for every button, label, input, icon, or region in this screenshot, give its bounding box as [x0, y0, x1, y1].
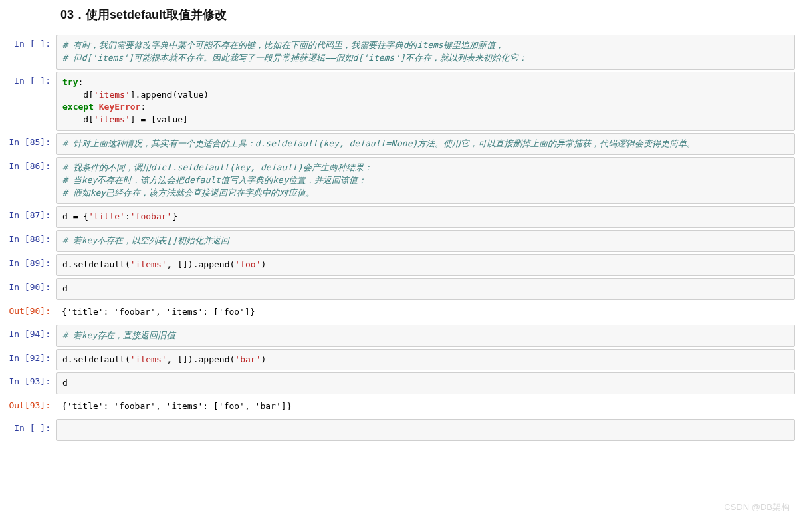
code-token: # 针对上面这种情况，其实有一个更适合的工具：d.setdefault(key,… — [62, 138, 695, 148]
code-token: , []). — [167, 354, 199, 364]
code-token: [ — [88, 114, 94, 124]
code-token: = { — [73, 211, 88, 221]
code-token: , []). — [167, 259, 199, 269]
code-token: KeyError — [99, 102, 141, 112]
code-token: ( — [125, 259, 130, 269]
in-prompt[interactable]: In [93]: — [0, 372, 56, 394]
code-token: d — [62, 378, 68, 388]
code-token: setdefault — [73, 259, 125, 269]
code-token: ] — [183, 114, 188, 124]
code-token: 'bar' — [235, 354, 261, 364]
cell: In [86]:# 视条件的不同，调用dict.setdefault(key, … — [0, 157, 795, 205]
code-token: value — [177, 90, 203, 100]
in-prompt[interactable]: In [86]: — [0, 157, 56, 205]
cell: In [87]:d = {'title':'foobar'} — [0, 206, 795, 228]
out-prompt: Out[90]: — [0, 302, 56, 323]
code-token: } — [172, 211, 177, 221]
code-token: setdefault — [73, 354, 125, 364]
code-input[interactable]: # 针对上面这种情况，其实有一个更适合的工具：d.setdefault(key,… — [56, 133, 795, 155]
code-input[interactable]: d — [56, 278, 795, 300]
code-token: d — [83, 90, 88, 100]
code-token: 'items' — [94, 114, 130, 124]
code-token: value — [156, 114, 183, 124]
code-token: ) — [261, 354, 266, 364]
in-prompt[interactable]: In [87]: — [0, 206, 56, 228]
cell: In [ ]: — [0, 419, 795, 441]
code-token: d — [83, 114, 88, 124]
code-token: . — [68, 259, 73, 269]
in-prompt[interactable]: In [ ]: — [0, 72, 56, 131]
code-input[interactable]: d — [56, 372, 795, 394]
cell: In [ ]:try: d['items'].append(value) exc… — [0, 72, 795, 131]
in-prompt[interactable]: In [88]: — [0, 230, 56, 252]
code-input[interactable]: # 若key不存在，以空列表[]初始化并返回 — [56, 230, 795, 252]
cell: In [90]:d — [0, 278, 795, 300]
cell: In [ ]:# 有时，我们需要修改字典中某个可能不存在的键，比如在下面的代码里… — [0, 35, 795, 70]
code-token: 'items' — [130, 354, 167, 364]
in-prompt[interactable]: In [89]: — [0, 254, 56, 276]
code-input[interactable] — [56, 419, 795, 441]
in-prompt[interactable]: In [ ]: — [0, 35, 56, 70]
code-token: d — [62, 259, 68, 269]
code-token: append — [199, 259, 230, 269]
code-token: : — [140, 102, 146, 112]
output-cell: Out[90]:{'title': 'foobar', 'items': ['f… — [0, 302, 795, 323]
cell: In [88]:# 若key不存在，以空列表[]初始化并返回 — [0, 230, 795, 252]
in-prompt[interactable]: In [94]: — [0, 325, 56, 347]
code-token: # 视条件的不同，调用dict.setdefault(key, default)… — [62, 162, 372, 172]
cells-container: In [ ]:# 有时，我们需要修改字典中某个可能不存在的键，比如在下面的代码里… — [0, 35, 795, 441]
out-prompt: Out[93]: — [0, 396, 56, 417]
section-title: 03．使用setdefault取值并修改 — [60, 0, 795, 23]
code-token: except — [62, 102, 94, 112]
code-token: 'items' — [130, 259, 167, 269]
code-token: append — [199, 354, 230, 364]
code-token: d — [62, 211, 73, 221]
code-token: append — [140, 90, 172, 100]
cell: In [94]:# 若key存在，直接返回旧值 — [0, 325, 795, 347]
in-prompt[interactable]: In [90]: — [0, 278, 56, 300]
code-token: 'title' — [88, 211, 125, 221]
output-text: {'title': 'foobar', 'items': ['foo', 'ba… — [56, 396, 795, 417]
in-prompt[interactable]: In [ ]: — [0, 419, 56, 441]
code-token: ]. — [130, 90, 141, 100]
code-input[interactable]: # 视条件的不同，调用dict.setdefault(key, default)… — [56, 157, 795, 205]
code-token: . — [68, 354, 73, 364]
in-prompt[interactable]: In [92]: — [0, 349, 56, 371]
code-token: ) — [261, 259, 266, 269]
code-token: d — [62, 354, 68, 364]
code-token: # 有时，我们需要修改字典中某个可能不存在的键，比如在下面的代码里，我需要往字典… — [62, 40, 504, 50]
code-token: ] = [ — [130, 114, 156, 124]
code-input[interactable]: try: d['items'].append(value) except Key… — [56, 72, 795, 131]
cell: In [85]:# 针对上面这种情况，其实有一个更适合的工具：d.setdefa… — [0, 133, 795, 155]
cell: In [89]:d.setdefault('items', []).append… — [0, 254, 795, 276]
code-token: 'foobar' — [130, 211, 173, 221]
code-token: ( — [125, 354, 130, 364]
code-token: # 当key不存在时，该方法会把default值写入字典的key位置，并返回该值… — [62, 175, 366, 185]
code-token: 'items' — [94, 90, 130, 100]
code-input[interactable]: # 有时，我们需要修改字典中某个可能不存在的键，比如在下面的代码里，我需要往字典… — [56, 35, 795, 70]
code-token: try — [62, 77, 78, 87]
code-input[interactable]: d = {'title':'foobar'} — [56, 206, 795, 228]
code-input[interactable]: # 若key存在，直接返回旧值 — [56, 325, 795, 347]
code-token: [ — [88, 90, 94, 100]
code-token: : — [125, 211, 130, 221]
cell: In [93]:d — [0, 372, 795, 394]
code-token: # 假如key已经存在，该方法就会直接返回它在字典中的对应值。 — [62, 188, 314, 198]
in-prompt[interactable]: In [85]: — [0, 133, 56, 155]
code-token: # 若key不存在，以空列表[]初始化并返回 — [62, 235, 229, 245]
output-cell: Out[93]:{'title': 'foobar', 'items': ['f… — [0, 396, 795, 417]
output-text: {'title': 'foobar', 'items': ['foo']} — [56, 302, 795, 323]
code-token: : — [78, 77, 83, 87]
cell: In [92]:d.setdefault('items', []).append… — [0, 349, 795, 371]
code-input[interactable]: d.setdefault('items', []).append('foo') — [56, 254, 795, 276]
code-input[interactable]: d.setdefault('items', []).append('bar') — [56, 349, 795, 371]
code-token: # 但d['items']可能根本就不存在。因此我写了一段异常捕获逻辑——假如d… — [62, 53, 527, 63]
code-token: ) — [203, 90, 209, 100]
code-token: # 若key存在，直接返回旧值 — [62, 330, 175, 340]
notebook: 03．使用setdefault取值并修改 In [ ]:# 有时，我们需要修改字… — [0, 0, 795, 456]
code-token: 'foo' — [235, 259, 261, 269]
code-token: d — [62, 283, 68, 293]
